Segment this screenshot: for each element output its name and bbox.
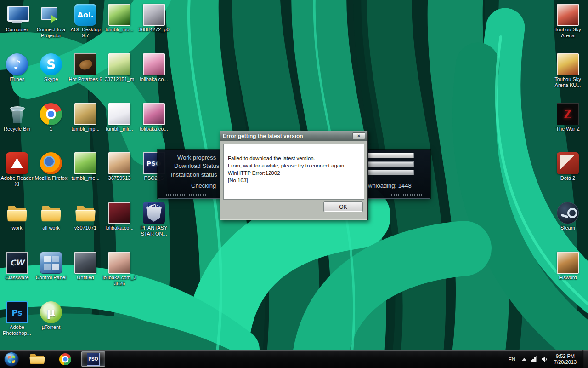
icon-label: tumblr_inli... — [102, 126, 136, 132]
desktop-icon-computer[interactable]: Computer — [0, 4, 34, 33]
taskbar-explorer-button[interactable] — [25, 351, 49, 367]
icon-label: lolibaka.co... — [137, 126, 171, 132]
desktop-icon-aol[interactable]: Aol. AOL Desktop 9.7 — [68, 4, 102, 39]
skype-icon: S — [40, 53, 62, 75]
desktop-icon-lolibaka-33626[interactable]: lolibaka.com_33626 — [102, 252, 136, 287]
desktop-icon-all-work[interactable]: all work — [34, 202, 68, 231]
icon-label: Adobe Reader XI — [0, 175, 34, 187]
language-indicator[interactable]: EN — [505, 356, 519, 362]
desktop-icon-work[interactable]: work — [0, 202, 34, 231]
desktop-icon-dota2[interactable]: Dota 2 — [551, 152, 585, 181]
taskbar-chrome-button[interactable] — [53, 351, 77, 367]
z-glyph: Z — [557, 104, 578, 125]
desktop-icon-tumblr-me[interactable]: tumblr_me... — [68, 152, 102, 181]
icon-label: 33712151_m — [102, 76, 136, 82]
desktop-icon-classware[interactable]: CW Classware — [0, 252, 34, 281]
volume-tray-button[interactable] — [539, 350, 549, 368]
image-thumbnail-icon — [108, 4, 130, 26]
desktop-icon-lolibaka-3[interactable]: lolibaka.co... — [102, 202, 136, 231]
image-thumbnail-icon — [108, 103, 130, 125]
desktop-icon-utorrent[interactable]: µ µTorrent — [34, 301, 68, 330]
launcher-footer-text-right — [391, 194, 424, 196]
hot-potatoes-icon — [74, 53, 96, 75]
desktop-icon-skype[interactable]: S Skype — [34, 53, 68, 82]
ps-glyph: Ps — [7, 302, 27, 322]
desktop-icon-adobe-reader[interactable]: Adobe Reader XI — [0, 152, 34, 187]
music-note-icon: ♪ — [6, 53, 28, 75]
desktop-icon-tumblr-mp[interactable]: tumblr_mp... — [68, 103, 102, 132]
start-button[interactable] — [2, 350, 21, 368]
icon-label: tumblr_mo... — [102, 27, 136, 33]
installation-status-label: Installation status — [171, 171, 217, 178]
chrome-icon — [40, 103, 62, 125]
error-dialog: Error getting the latest version × Faile… — [220, 131, 368, 220]
dialog-message-line: WinHTTP Error:12002 — [228, 169, 360, 177]
work-progress-label: Work progress — [177, 154, 216, 161]
icon-label: Connect to a Projector — [34, 27, 68, 39]
taskbar-pso2-button[interactable]: PSO — [81, 351, 105, 367]
progress-bar-install — [368, 170, 414, 175]
desktop-icon-itunes[interactable]: ♪ iTunes — [0, 53, 34, 82]
icon-label: tumblr_mp... — [68, 126, 102, 132]
icon-label: tumblr_me... — [68, 175, 102, 181]
progress-bar-work — [368, 153, 414, 158]
dialog-message-line: Failed to download the latest version. — [228, 155, 360, 162]
desktop-icon-firefox[interactable]: Mozilla Firefox — [34, 152, 68, 181]
icon-label: Untitled — [68, 275, 102, 281]
desktop-icon-steam[interactable]: Steam — [551, 202, 585, 231]
desktop-icon-36884272[interactable]: 36884272_p0 — [137, 4, 171, 33]
desktop-icon-lolibaka-2[interactable]: lolibaka.co... — [137, 103, 171, 132]
windows-logo-icon — [4, 351, 19, 367]
desktop-icon-36759513[interactable]: 36759513 — [102, 152, 136, 181]
icon-label: PHANTASY STAR ON... — [137, 225, 171, 237]
desktop-icon-lolibaka-1[interactable]: lolibaka.co... — [137, 53, 171, 82]
image-thumbnail-icon — [557, 53, 579, 75]
ok-button[interactable]: OK — [323, 201, 363, 212]
icon-label: Touhou Sky Arena — [551, 27, 585, 39]
icon-label: iTunes — [0, 76, 34, 82]
close-icon[interactable]: × — [352, 132, 365, 139]
desktop-icon-control-panel[interactable]: Control Panel — [34, 252, 68, 281]
desktop-icon-recycle-bin[interactable]: Recycle Bin — [0, 103, 34, 132]
desktop-icon-33712151[interactable]: 33712151_m — [102, 53, 136, 82]
image-thumbnail-icon — [74, 152, 96, 174]
taskbar-clock[interactable]: 9:52 PM 7/20/2013 — [549, 353, 582, 365]
desktop-icon-connect-projector[interactable]: Connect to a Projector — [34, 4, 68, 39]
desktop: Computer ♪ iTunes Recycle Bin Adobe Read… — [0, 0, 588, 368]
progress-bar-download — [368, 161, 414, 167]
checking-label: Checking — [191, 182, 216, 189]
desktop-icon-v3071071[interactable]: v3071071 — [68, 202, 102, 231]
icon-label: Adobe Photoshop... — [0, 324, 34, 336]
image-thumbnail-icon — [74, 252, 96, 274]
desktop-icon-photoshop[interactable]: Ps Adobe Photoshop... — [0, 301, 34, 336]
icon-label: Control Panel — [34, 275, 68, 281]
icon-label: AOL Desktop 9.7 — [68, 27, 102, 39]
hidden-icons-button[interactable] — [519, 350, 529, 368]
desktop-icon-untitled[interactable]: Untitled — [68, 252, 102, 281]
recycle-bin-icon — [6, 103, 28, 125]
show-desktop-button[interactable] — [582, 350, 588, 368]
desktop-icon-touhou-sky-arena[interactable]: Touhou Sky Arena — [551, 4, 585, 39]
icon-label: lolibaka.co... — [102, 225, 136, 231]
dialog-titlebar[interactable]: Error getting the latest version × — [220, 131, 368, 141]
desktop-icon-tumblr-mo[interactable]: tumblr_mo... — [102, 4, 136, 33]
desktop-icon-touhou-sky-arena-ku[interactable]: Touhou Sky Arena KU... — [551, 53, 585, 88]
explorer-folder-icon — [30, 354, 44, 364]
skype-glyph: S — [40, 53, 62, 75]
war-z-icon: Z — [557, 103, 579, 125]
desktop-icon-1[interactable]: 1 — [34, 103, 68, 132]
desktop-icon-phantasy-star[interactable]: PSO PHANTASY STAR ON... — [137, 202, 171, 237]
desktop-icon-tumblr-inli[interactable]: tumblr_inli... — [102, 103, 136, 132]
dialog-message-line: From, wait for a while, please try to co… — [228, 162, 360, 169]
desktop-icon-hot-potatoes[interactable]: Hot Potatoes 6 — [68, 53, 102, 82]
desktop-icon-elsword[interactable]: Elsword — [551, 252, 585, 281]
photoshop-icon: Ps — [6, 301, 28, 323]
dialog-title: Error getting the latest version — [223, 133, 303, 139]
aol-glyph: Aol. — [74, 4, 96, 26]
image-thumbnail-icon — [74, 103, 96, 125]
network-tray-button[interactable] — [529, 350, 539, 368]
clock-date: 7/20/2013 — [554, 359, 577, 365]
desktop-icon-war-z[interactable]: Z The War Z — [551, 103, 585, 132]
steam-icon — [557, 202, 579, 224]
dialog-message-panel: Failed to download the latest version. F… — [223, 144, 364, 200]
